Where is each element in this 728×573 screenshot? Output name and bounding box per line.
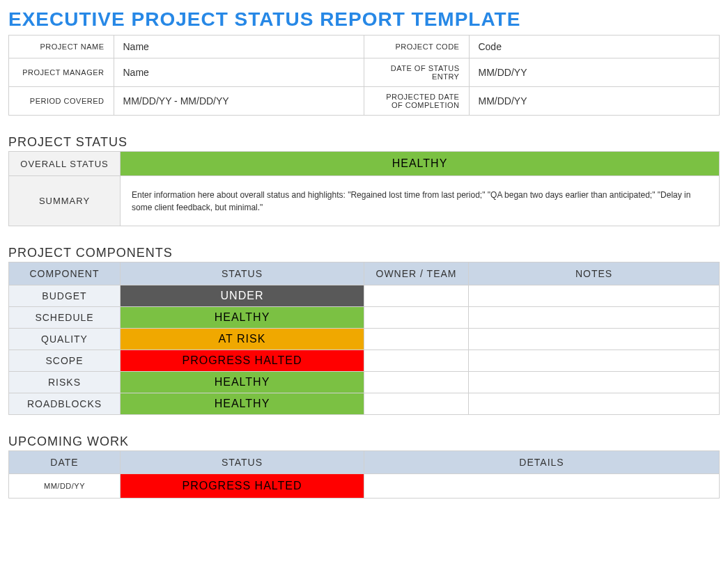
component-status[interactable]: UNDER <box>121 285 364 307</box>
project-name-label: PROJECT NAME <box>9 36 114 58</box>
component-status[interactable]: AT RISK <box>121 329 364 350</box>
component-notes[interactable] <box>469 350 720 372</box>
component-name: BUDGET <box>9 285 121 307</box>
component-notes[interactable] <box>469 393 720 415</box>
col-component: COMPONENT <box>9 262 121 285</box>
upcoming-work-table: DATE STATUS DETAILS MM/DD/YYPROGRESS HAL… <box>8 450 720 499</box>
component-notes[interactable] <box>469 329 720 350</box>
component-status[interactable]: PROGRESS HALTED <box>121 350 364 372</box>
component-notes[interactable] <box>469 285 720 307</box>
component-name: SCHEDULE <box>9 307 121 329</box>
component-row: RISKSHEALTHY <box>9 372 720 393</box>
upcoming-status[interactable]: PROGRESS HALTED <box>121 474 364 499</box>
period-covered-value[interactable]: MM/DD/YY - MM/DD/YY <box>114 87 364 116</box>
col-details: DETAILS <box>364 451 720 474</box>
projected-date-value[interactable]: MM/DD/YY <box>470 87 720 116</box>
upcoming-date[interactable]: MM/DD/YY <box>9 474 121 499</box>
summary-label: SUMMARY <box>9 176 121 226</box>
overall-status-value[interactable]: HEALTHY <box>121 152 720 176</box>
period-covered-label: PERIOD COVERED <box>9 87 114 116</box>
project-name-value[interactable]: Name <box>114 36 364 58</box>
component-notes[interactable] <box>469 372 720 393</box>
project-status-table: OVERALL STATUS HEALTHY SUMMARY Enter inf… <box>8 151 720 226</box>
component-row: SCHEDULEHEALTHY <box>9 307 720 329</box>
component-row: ROADBLOCKSHEALTHY <box>9 393 720 415</box>
upcoming-row: MM/DD/YYPROGRESS HALTED <box>9 474 720 499</box>
col-owner: OWNER / TEAM <box>364 262 469 285</box>
project-code-label: PROJECT CODE <box>364 36 469 58</box>
project-manager-value[interactable]: Name <box>114 58 364 87</box>
component-status[interactable]: HEALTHY <box>121 307 364 329</box>
project-status-heading: PROJECT STATUS <box>8 135 720 150</box>
component-notes[interactable] <box>469 307 720 329</box>
project-components-table: COMPONENT STATUS OWNER / TEAM NOTES BUDG… <box>8 262 720 415</box>
component-row: QUALITYAT RISK <box>9 329 720 350</box>
date-status-value[interactable]: MM/DD/YY <box>470 58 720 87</box>
component-name: QUALITY <box>9 329 121 350</box>
project-info-table: PROJECT NAME Name PROJECT CODE Code PROJ… <box>8 35 720 116</box>
component-name: SCOPE <box>9 350 121 372</box>
project-manager-label: PROJECT MANAGER <box>9 58 114 87</box>
component-owner[interactable] <box>364 393 469 415</box>
component-row: BUDGETUNDER <box>9 285 720 307</box>
upcoming-work-heading: UPCOMING WORK <box>8 434 720 449</box>
component-status[interactable]: HEALTHY <box>121 393 364 415</box>
component-status[interactable]: HEALTHY <box>121 372 364 393</box>
component-name: ROADBLOCKS <box>9 393 121 415</box>
component-owner[interactable] <box>364 329 469 350</box>
component-row: SCOPEPROGRESS HALTED <box>9 350 720 372</box>
col-notes: NOTES <box>469 262 720 285</box>
upcoming-details[interactable] <box>364 474 720 499</box>
project-code-value[interactable]: Code <box>470 36 720 58</box>
component-owner[interactable] <box>364 372 469 393</box>
component-owner[interactable] <box>364 350 469 372</box>
date-status-label: DATE OF STATUS ENTRY <box>364 58 469 87</box>
component-owner[interactable] <box>364 307 469 329</box>
overall-status-label: OVERALL STATUS <box>9 152 121 176</box>
page-title: EXECUTIVE PROJECT STATUS REPORT TEMPLATE <box>8 8 720 31</box>
col-date: DATE <box>9 451 121 474</box>
component-name: RISKS <box>9 372 121 393</box>
project-components-heading: PROJECT COMPONENTS <box>8 246 720 260</box>
projected-date-label: PROJECTED DATE OF COMPLETION <box>364 87 469 116</box>
col-status: STATUS <box>121 262 364 285</box>
component-owner[interactable] <box>364 285 469 307</box>
col-status-upcoming: STATUS <box>121 451 364 474</box>
summary-text[interactable]: Enter information here about overall sta… <box>121 176 720 226</box>
